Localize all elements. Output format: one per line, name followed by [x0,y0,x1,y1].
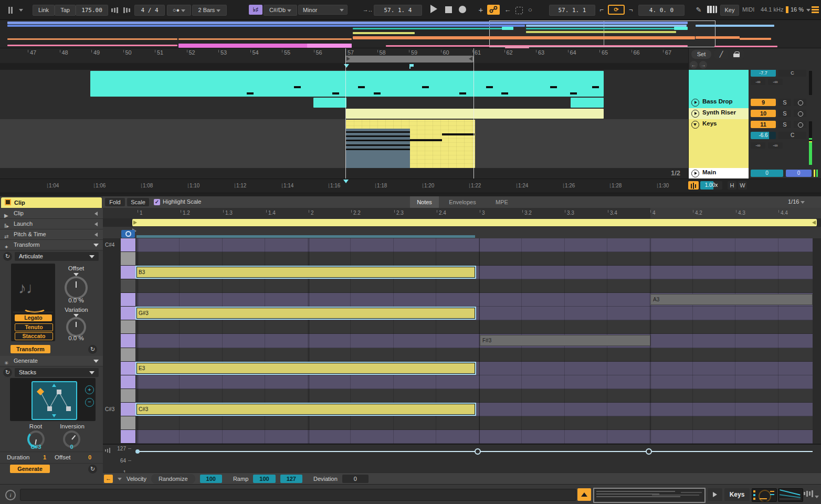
track-color-block[interactable]: Synth Riser [689,108,749,120]
midi-channel-box[interactable]: 11 [751,121,776,128]
piano-key[interactable] [121,430,135,444]
deviation-field[interactable]: 0 [342,475,369,483]
track-pan-field[interactable]: C [778,132,806,139]
track-color-block[interactable]: Bass Drop [689,97,749,109]
track-play-icon[interactable] [691,110,699,118]
piano-roll-row[interactable] [136,430,813,444]
audition-button[interactable] [121,230,135,238]
record-button[interactable] [459,5,466,15]
window-layout-icon[interactable] [4,5,17,15]
arrangement-loop-brace[interactable] [345,56,473,62]
send-field[interactable]: -∞ [751,79,765,85]
punch-in-icon[interactable]: ⌐ [597,5,606,15]
output-meter-icon[interactable] [803,490,814,497]
key-root-select[interactable]: C#/Db [264,5,297,16]
overview-clip-segment[interactable] [526,25,687,27]
overview-clip-segment[interactable] [7,22,688,24]
piano-key[interactable] [121,348,135,362]
piano-key[interactable] [121,238,135,252]
midi-note[interactable]: G#3 [136,308,475,319]
overview-clip-segment[interactable] [696,25,774,27]
track-header-row[interactable]: Synth Riser10S [689,108,821,119]
section-generate[interactable]: ✳Generate [0,356,103,366]
section-transform[interactable]: ✦Transform [0,240,103,250]
track-color-block[interactable] [689,70,749,98]
meter-caret-icon[interactable] [815,493,819,499]
section-pitch-time[interactable]: ⇄Pitch & Time [0,229,103,240]
ghost-note[interactable]: F#3 [480,335,650,346]
play-button[interactable] [430,5,437,15]
generate-reapply-icon[interactable]: ↻ [88,465,97,474]
midi-note[interactable]: E3 [136,363,475,374]
track-play-icon[interactable] [691,99,699,107]
piano-roll-row[interactable] [136,389,813,403]
beat-time-ruler[interactable]: 4748495051525354555657585960616263646566… [0,48,688,63]
link-button[interactable]: Link [33,5,55,16]
track-volume-field[interactable]: -7.7 [751,70,776,77]
clip-loop-bar[interactable] [132,219,817,226]
groove-amount-button[interactable]: ○● [167,5,191,16]
computer-midi-keyboard-icon[interactable] [707,6,717,13]
arrangement-position-field[interactable]: 57. 1. 4 [374,5,422,16]
height-zoom-button[interactable]: H [728,181,736,190]
solo-button[interactable]: S [778,110,791,117]
overview-clip-segment[interactable] [526,31,676,33]
offset-value[interactable]: 0.0 % [58,297,94,303]
overview-clip-segment[interactable] [674,27,688,30]
staccato-button[interactable]: Staccato [15,332,53,340]
variation-knob[interactable] [66,317,86,337]
overview-clip-segment[interactable] [7,38,177,40]
width-zoom-button[interactable]: W [738,181,747,190]
piano-key[interactable] [121,389,135,403]
track-play-icon[interactable] [691,170,699,177]
randomize-button[interactable]: Randomize [151,474,195,484]
inversion-value[interactable]: 0 [58,444,86,450]
overview-clip-segment[interactable] [714,46,777,47]
back-to-arrangement-button[interactable]: ← [503,5,512,15]
selection-box-icon[interactable] [515,7,523,14]
tempo-field[interactable]: 175.00 [76,5,108,16]
midi-channel-box[interactable]: 10 [751,110,776,117]
loop-start-marker-icon[interactable] [344,64,349,68]
cpu-load-label[interactable]: 16 % [791,5,804,15]
piano-roll-row[interactable] [136,238,813,252]
device-thumbnail-synth[interactable] [752,488,777,502]
track-header-row[interactable]: Keys11S-6.6C-∞-∞ [689,119,821,168]
send-field[interactable]: -∞ [768,142,783,149]
stop-button[interactable] [445,5,452,15]
overview-clip-segment[interactable] [353,36,695,39]
prev-marker-button[interactable]: ← [690,61,698,69]
piano-key[interactable] [121,279,135,293]
midi-channel-box[interactable]: 9 [751,99,776,106]
device-title-keys[interactable]: Keys [724,488,750,501]
piano-key[interactable] [121,362,135,375]
quantize-menu[interactable]: 2 Bars [192,5,227,16]
loop-length-field[interactable]: 4. 0. 0 [638,5,685,16]
grid-resolution-menu[interactable]: 1/16 [788,198,805,205]
arrangement-lanes[interactable] [0,70,688,178]
send-field[interactable]: -∞ [768,79,783,85]
key-map-button[interactable]: Key [720,5,739,16]
offset-knob[interactable] [65,276,88,299]
main-pan-field[interactable]: 0 [786,170,812,177]
device-chain-minimap[interactable] [593,488,706,503]
scale-select[interactable]: Minor [298,5,348,15]
piano-roll-grid[interactable]: C#4C#3A3F#3B3G#3E3C#3 [103,238,821,444]
time-signature-field[interactable]: 4 / 4 [134,5,165,16]
arrangement-clip[interactable] [313,98,346,108]
follow-button[interactable]: →‥ [361,5,374,15]
solo-button[interactable]: S [778,99,791,106]
headphone-cue-button[interactable] [794,99,806,106]
velocity-point[interactable] [135,449,140,454]
send-field[interactable]: -∞ [751,142,765,149]
show-clip-view-button[interactable] [577,488,591,501]
arrangement-clip[interactable] [346,109,604,119]
solo-button[interactable]: S [778,121,791,128]
velocity-point-ring[interactable] [646,448,652,455]
overview-clip-segment[interactable] [740,38,771,40]
draw-mode-pencil-icon[interactable]: ✎ [694,5,703,15]
track-play-icon[interactable] [691,121,699,129]
overview-clip-segment[interactable] [526,28,674,29]
tab-mpe[interactable]: MPE [486,196,518,208]
nudge-up-button[interactable] [121,5,132,15]
